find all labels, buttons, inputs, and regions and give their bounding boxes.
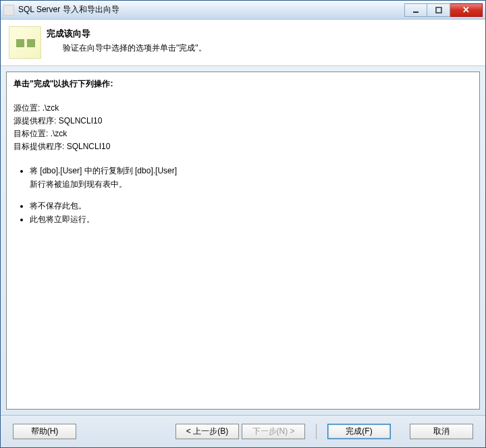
svg-rect-1	[436, 7, 441, 13]
wizard-header: 完成该向导 验证在向导中选择的选项并单击"完成"。	[1, 20, 485, 66]
cancel-button[interactable]: 取消	[410, 424, 473, 439]
button-bar: 帮助(H) < 上一步(B) 下一步(N) > 完成(F) 取消	[1, 415, 485, 447]
target-location-value: .\zck	[51, 129, 68, 138]
summary-panel: 单击"完成"以执行下列操作: 源位置: .\zck 源提供程序: SQLNCLI…	[6, 72, 480, 410]
finish-button[interactable]: 完成(F)	[327, 424, 391, 439]
app-icon	[3, 5, 14, 16]
target-location: 目标位置: .\zck	[14, 128, 473, 140]
instruction-text: 单击"完成"以执行下列操作:	[14, 78, 473, 90]
page-subtitle: 验证在向导中选择的选项并单击"完成"。	[47, 43, 477, 54]
source-location-value: .\zck	[43, 103, 59, 113]
list-item: 将 [dbo].[User] 中的行复制到 [dbo].[User]	[30, 165, 473, 177]
minimize-button[interactable]	[404, 3, 427, 17]
list-item: 此包将立即运行。	[30, 213, 473, 225]
target-provider-label: 目标提供程序:	[14, 142, 67, 151]
wizard-header-icon	[9, 26, 41, 59]
maximize-icon	[435, 7, 442, 13]
target-location-label: 目标位置:	[14, 129, 51, 138]
source-provider-label: 源提供程序:	[14, 116, 59, 125]
close-icon: ✕	[462, 5, 470, 15]
content-area: 单击"完成"以执行下列操作: 源位置: .\zck 源提供程序: SQLNCLI…	[1, 66, 485, 415]
divider	[316, 424, 317, 439]
close-button[interactable]: ✕	[450, 3, 483, 17]
window-title: SQL Server 导入和导出向导	[18, 4, 404, 16]
minimize-icon	[412, 7, 419, 13]
window-controls: ✕	[404, 3, 483, 17]
target-provider-value: SQLNCLI10	[67, 142, 111, 151]
wizard-header-text: 完成该向导 验证在向导中选择的选项并单击"完成"。	[47, 26, 477, 54]
page-title: 完成该向导	[47, 28, 477, 40]
help-button[interactable]: 帮助(H)	[13, 424, 76, 439]
list-item: 将不保存此包。	[30, 200, 473, 212]
source-provider: 源提供程序: SQLNCLI10	[14, 115, 473, 127]
wizard-window: SQL Server 导入和导出向导 ✕ 完成该向导 验证在向导中选择的选项并单…	[0, 0, 486, 448]
actions-list-2: 将不保存此包。 此包将立即运行。	[14, 200, 473, 225]
source-location: 源位置: .\zck	[14, 102, 473, 114]
source-provider-value: SQLNCLI10	[59, 116, 103, 125]
titlebar: SQL Server 导入和导出向导 ✕	[1, 1, 485, 20]
maximize-button[interactable]	[427, 3, 450, 17]
source-location-label: 源位置:	[14, 103, 43, 113]
target-provider: 目标提供程序: SQLNCLI10	[14, 140, 473, 152]
list-item: 新行将被追加到现有表中。	[30, 178, 473, 190]
svg-rect-0	[413, 11, 418, 13]
back-button[interactable]: < 上一步(B)	[176, 424, 239, 439]
connection-info: 源位置: .\zck 源提供程序: SQLNCLI10 目标位置: .\zck …	[14, 102, 473, 152]
next-button: 下一步(N) >	[242, 424, 305, 439]
actions-list-1: 将 [dbo].[User] 中的行复制到 [dbo].[User] 新行将被追…	[14, 165, 473, 190]
